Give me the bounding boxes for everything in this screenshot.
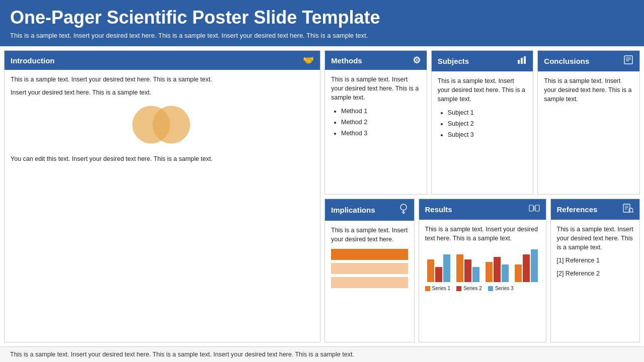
introduction-header: Introduction 🤝 — [5, 51, 320, 70]
results-chart — [425, 247, 540, 282]
references-panel: References This is a sample text. — [550, 199, 640, 342]
subjects-title: Subjects — [438, 57, 469, 65]
implications-title: Implications — [331, 206, 375, 214]
bar-s1-g1 — [427, 259, 434, 282]
introduction-icon: 🤝 — [303, 55, 314, 66]
list-item: Method 1 — [341, 107, 421, 116]
results-body: This is a sample text. Insert your desir… — [419, 220, 546, 342]
introduction-title: Introduction — [11, 56, 54, 65]
bar-s2-g2 — [464, 259, 471, 282]
venn-wrapper — [132, 105, 193, 145]
page-footer: This is a sample text. Insert your desir… — [0, 346, 644, 362]
venn-diagram — [11, 102, 314, 147]
bar-full-1 — [331, 249, 408, 260]
right-grid: Methods ⚙ This is a sample text. Insert … — [325, 50, 640, 342]
intro-text-2: Insert your desired text here. This is a… — [11, 88, 314, 97]
reference-2: [2] Reference 2 — [557, 269, 634, 278]
implications-header: Implications — [325, 199, 414, 221]
methods-title: Methods — [331, 56, 362, 65]
reference-1: [1] Reference 1 — [557, 256, 634, 265]
bar-s3-g3 — [502, 264, 509, 282]
chart-row-1 — [331, 249, 408, 260]
bar-light-2 — [331, 277, 408, 288]
results-header: Results — [419, 199, 546, 220]
bar-s3-g2 — [472, 267, 479, 282]
subjects-text: This is a sample text. Insert your desir… — [438, 76, 527, 104]
chart-rows — [331, 249, 408, 290]
list-item: Subject 3 — [448, 130, 527, 139]
svg-rect-1 — [521, 58, 523, 64]
bar-s1-g3 — [486, 262, 493, 282]
implications-chart — [331, 249, 408, 290]
svg-rect-2 — [524, 56, 526, 64]
results-title: Results — [425, 205, 452, 214]
subjects-list: Subject 1 Subject 2 Subject 3 — [448, 108, 527, 139]
references-icon — [622, 203, 633, 216]
introduction-panel: Introduction 🤝 This is a sample text. In… — [4, 50, 320, 342]
svg-rect-0 — [518, 60, 520, 64]
svg-rect-11 — [529, 205, 533, 211]
implications-icon — [399, 203, 408, 217]
list-item: Subject 2 — [448, 119, 527, 128]
legend-series1: Series 1 — [425, 285, 451, 293]
svg-rect-3 — [624, 56, 632, 64]
subjects-panel: Subjects This is a sample text. Insert y… — [431, 50, 534, 194]
conclusions-icon — [623, 55, 633, 67]
bar-group-2 — [456, 254, 479, 282]
legend-label-1: Series 1 — [432, 285, 451, 293]
list-item: Method 3 — [341, 129, 421, 138]
intro-text-3: You can edit this text. Insert your desi… — [11, 154, 314, 163]
references-body: This is a sample text. Insert your desir… — [551, 220, 640, 342]
list-item: Method 2 — [341, 118, 421, 127]
intro-text-1: This is a sample text. Insert your desir… — [11, 75, 314, 84]
conclusions-header: Conclusions — [538, 51, 639, 71]
page-title: One-Pager Scientific Poster Slide Templa… — [10, 7, 634, 28]
implications-body: This is a sample text. Insert your desir… — [325, 221, 414, 342]
svg-line-21 — [632, 212, 633, 213]
legend-series3: Series 3 — [488, 285, 514, 293]
methods-panel: Methods ⚙ This is a sample text. Insert … — [325, 50, 427, 194]
bottom-row: Implications This is a sample text. Inse… — [325, 199, 640, 342]
chart-row-2 — [331, 263, 408, 274]
references-title: References — [557, 205, 598, 214]
header-subtitle: This is a sample text. Insert your desir… — [10, 31, 634, 40]
methods-list: Method 1 Method 2 Method 3 — [341, 107, 421, 138]
conclusions-text: This is a sample text. Insert your desir… — [544, 76, 633, 104]
introduction-body: This is a sample text. Insert your desir… — [5, 70, 320, 342]
legend-series2: Series 2 — [456, 285, 482, 293]
legend-dot-1 — [425, 286, 430, 291]
bar-s3-g1 — [443, 254, 450, 282]
conclusions-body: This is a sample text. Insert your desir… — [538, 71, 639, 194]
list-item: Subject 1 — [448, 108, 527, 117]
bar-s1-g2 — [456, 254, 463, 282]
references-text: This is a sample text. Insert your desir… — [557, 225, 634, 252]
results-text: This is a sample text. Insert your desir… — [425, 225, 540, 243]
legend-label-2: Series 2 — [463, 285, 482, 293]
bar-group-1 — [427, 254, 450, 282]
subjects-header: Subjects — [432, 51, 533, 71]
results-icon — [529, 203, 540, 216]
methods-text: This is a sample text. Insert your desir… — [331, 75, 421, 102]
svg-point-20 — [629, 208, 633, 212]
bar-s2-g1 — [435, 267, 442, 282]
references-header: References — [551, 199, 640, 220]
methods-body: This is a sample text. Insert your desir… — [325, 70, 427, 194]
conclusions-title: Conclusions — [544, 57, 589, 65]
legend-dot-2 — [456, 286, 461, 291]
main-content: Introduction 🤝 This is a sample text. In… — [0, 46, 644, 346]
results-panel: Results This is a sample text. Insert yo… — [419, 199, 546, 342]
top-row: Methods ⚙ This is a sample text. Insert … — [325, 50, 640, 194]
bar-light-1 — [331, 263, 408, 274]
chart-legend: Series 1 Series 2 Series 3 — [425, 285, 540, 293]
implications-text: This is a sample text. Insert your desir… — [331, 226, 408, 244]
venn-circle-right — [152, 106, 190, 144]
legend-dot-3 — [488, 286, 493, 291]
footer-text: This is a sample text. Insert your desir… — [10, 351, 354, 358]
bar-s2-g3 — [494, 257, 501, 282]
conclusions-panel: Conclusions This is a sample text. Inser… — [537, 50, 640, 194]
subjects-icon — [517, 55, 527, 67]
bar-s3-g4 — [531, 249, 538, 282]
methods-header: Methods ⚙ — [325, 51, 427, 70]
methods-icon: ⚙ — [413, 55, 421, 66]
bar-s1-g4 — [515, 264, 522, 282]
